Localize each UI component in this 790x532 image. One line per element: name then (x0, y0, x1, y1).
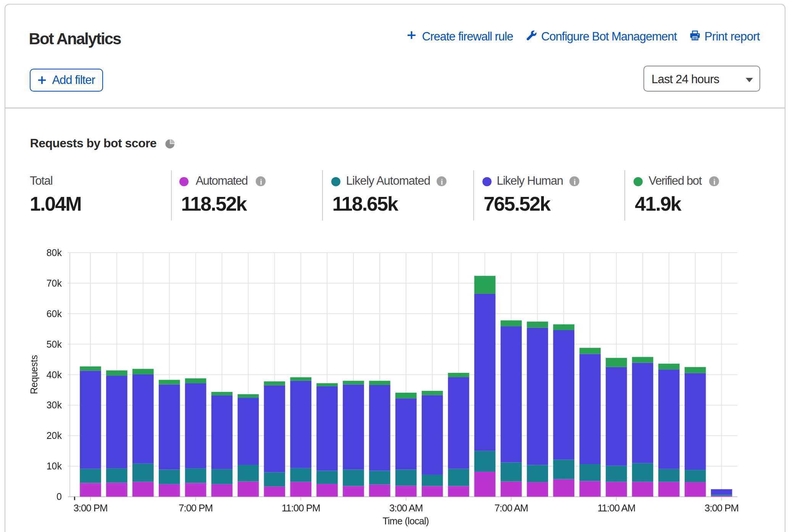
svg-text:0: 0 (56, 491, 62, 502)
svg-text:80k: 80k (47, 247, 62, 258)
svg-text:50k: 50k (47, 339, 62, 350)
svg-text:11:00 PM: 11:00 PM (282, 502, 320, 514)
svg-text:7:00 AM: 7:00 AM (495, 502, 528, 514)
svg-text:3:00 PM: 3:00 PM (705, 502, 738, 514)
svg-text:30k: 30k (47, 400, 62, 410)
svg-text:3:00 PM: 3:00 PM (73, 502, 107, 514)
svg-text:60k: 60k (47, 308, 62, 319)
svg-text:Time (local): Time (local) (382, 516, 429, 526)
svg-text:11:00 AM: 11:00 AM (597, 502, 635, 514)
svg-text:70k: 70k (47, 278, 62, 289)
svg-text:40k: 40k (47, 369, 62, 380)
svg-text:7:00 PM: 7:00 PM (179, 502, 213, 514)
svg-text:Requests: Requests (29, 355, 39, 394)
svg-text:20k: 20k (47, 430, 62, 441)
svg-text:10k: 10k (47, 461, 62, 471)
svg-text:3:00 AM: 3:00 AM (389, 502, 423, 514)
